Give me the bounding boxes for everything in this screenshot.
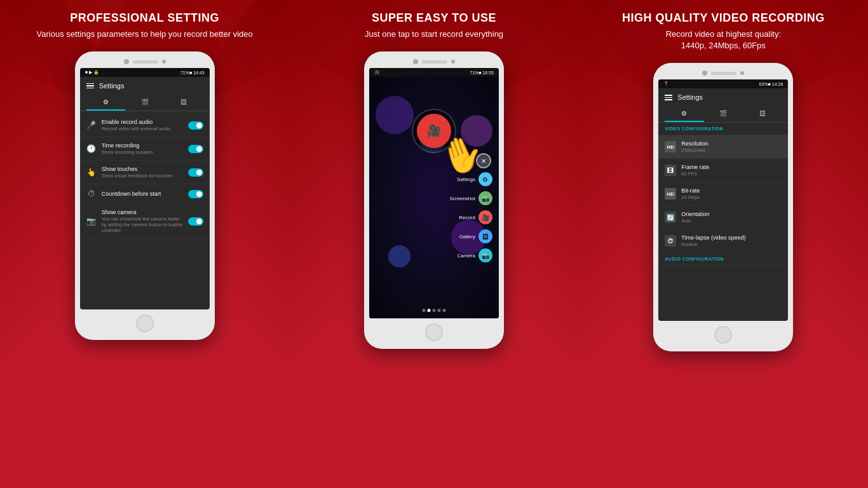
fab-screenshot-icon: 📷 [482, 195, 489, 202]
home-button-2[interactable] [425, 323, 443, 341]
panel-2-heading: SUPER EASY TO USE Just one tap to start … [352, 0, 516, 46]
fab-record-button[interactable]: 🎥 [478, 210, 492, 224]
fab-gallery-button[interactable]: 🖼 [478, 229, 492, 243]
fab-settings-button[interactable]: ⚙ [478, 172, 492, 186]
fab-label-camera: Camera [458, 253, 475, 259]
item-label-time: Time recording [102, 142, 183, 149]
phone-screen-1: ■ ▶ 🔒 71%■ 14:43 Settings [80, 68, 210, 309]
bokeh-4 [388, 245, 410, 268]
status-info-right: 71%■ 14:43 [180, 71, 205, 75]
toggle-audio[interactable] [188, 121, 203, 130]
timer-icon: ⏱ [86, 189, 97, 198]
settings-item-enable-audio: 🎤 Enable record audio Record video with … [80, 114, 210, 137]
fab-menu: Settings ⚙ Screenshot 📷 Rec [450, 172, 492, 262]
status-info-2: 71%■ 16:53 [470, 71, 494, 75]
config-item-timelapse[interactable]: ⏱ Time-lapse (video speed) Disable [658, 229, 788, 253]
phone-speaker-2 [422, 60, 447, 64]
record-video-icon: 🎥 [427, 124, 441, 138]
clock-icon: 🕐 [86, 144, 97, 153]
tab-video-1[interactable]: 🎬 [125, 95, 164, 111]
hamburger-icon-3[interactable] [665, 95, 672, 100]
tab-video-3[interactable]: 🎬 [704, 106, 743, 122]
phone-bottom-3 [658, 326, 788, 344]
video-tab-icon-3: 🎬 [719, 110, 727, 117]
config-value-resolution: 2560x1440 [681, 147, 782, 153]
settings-header-1: Settings [80, 77, 210, 95]
video-tab-icon: 🎬 [141, 98, 149, 105]
panel-1-title: PROFESSIONAL SETTING [37, 11, 253, 25]
fab-camera-icon: 📷 [482, 252, 489, 259]
hamburger-icon-1[interactable] [86, 83, 94, 89]
dot-3 [432, 309, 435, 312]
tab-gear-3[interactable]: ⚙ [665, 106, 703, 122]
touch-icon: 👆 [86, 168, 97, 177]
hd-icon-resolution: HD [665, 141, 676, 152]
fab-label-gallery: Gallery [459, 234, 475, 240]
panel-1-desc: Various settings parameters to help you … [37, 29, 253, 40]
settings-tabs-1: ⚙ 🎬 🖼 [80, 95, 210, 111]
panel-professional-setting: PROFESSIONAL SETTING Various settings pa… [0, 0, 289, 488]
close-fab-button[interactable]: ✕ [476, 153, 491, 168]
phone-screen-3: 📍 63%■ 14:28 Settings [658, 79, 788, 321]
status-video-icon: 🎥 [374, 70, 380, 75]
phone-top-bar-2 [369, 59, 499, 64]
fab-camera-button[interactable]: 📷 [478, 248, 492, 262]
mic-icon: 🎤 [86, 121, 97, 130]
panel-3-heading: HIGH QUALITY VIDEO RECORDING Record vide… [609, 0, 837, 58]
config-item-framerate[interactable]: 🎞 Frame rate 60 FPS [658, 159, 788, 182]
config-item-orientation[interactable]: 🔄 Orientation Auto [658, 206, 788, 229]
panel-2-title: SUPER EASY TO USE [365, 11, 503, 25]
phone-sensor [162, 60, 166, 64]
status-bar-2: 🎥 71%■ 16:53 [369, 68, 499, 77]
dot-1 [422, 309, 425, 312]
settings-tabs-3: ⚙ 🎬 🖼 [658, 106, 788, 123]
status-bar-3: 📍 63%■ 14:28 [658, 79, 788, 88]
phone-mockup-2: 🎥 71%■ 16:53 � [364, 46, 504, 488]
phone-speaker-3 [711, 72, 736, 75]
phone-sensor-2 [451, 60, 455, 64]
fab-screenshot-button[interactable]: 📷 [478, 191, 492, 205]
tab-gear-1[interactable]: ⚙ [86, 95, 125, 111]
fab-item-camera: Camera 📷 [450, 248, 492, 262]
dot-5 [442, 309, 445, 312]
phone-2: 🎥 71%■ 16:53 � [364, 51, 504, 349]
item-desc-time: Show recording duration [102, 149, 183, 155]
config-label-framerate: Frame rate [681, 164, 782, 170]
video-config-section-header: VIDEO CONFIGURATION [658, 123, 788, 135]
tab-image-1[interactable]: 🖼 [164, 95, 203, 111]
camera-icon: 📷 [86, 217, 97, 226]
config-item-resolution[interactable]: HD Resolution 2560x1440 [658, 135, 788, 159]
settings-list-1: 🎤 Enable record audio Record video with … [80, 111, 210, 241]
fab-label-settings: Settings [457, 177, 475, 182]
tab-image-3[interactable]: 🖼 [743, 106, 782, 122]
toggle-countdown[interactable] [188, 190, 203, 198]
config-value-bitrate: 24 Mbps [681, 194, 782, 200]
toggle-show-touches[interactable] [188, 168, 203, 177]
camera-live-view: 🎥 ✋ ✕ Settings [369, 77, 499, 318]
panel-1-heading: PROFESSIONAL SETTING Various settings pa… [24, 0, 266, 46]
settings-title-3: Settings [677, 93, 703, 101]
panel-2-desc: Just one tap to start record everything [365, 29, 503, 40]
phone-mockup-3: 📍 63%■ 14:28 Settings [653, 58, 793, 488]
status-loc-icon: 📍 [663, 81, 669, 86]
home-button-3[interactable] [714, 326, 732, 344]
timelapse-icon: ⏱ [665, 235, 676, 247]
item-label-touches: Show touches [102, 166, 183, 172]
dot-2-active [427, 309, 430, 312]
config-value-timelapse: Disable [681, 241, 782, 247]
home-button-1[interactable] [136, 315, 154, 332]
settings-header-3: Settings [658, 88, 788, 106]
gear-tab-icon: ⚙ [103, 98, 109, 105]
item-desc-audio: Record video with external audio [102, 126, 183, 132]
hd-icon-bitrate: HD [665, 188, 676, 200]
phone-1: ■ ▶ 🔒 71%■ 14:43 Settings [75, 51, 215, 340]
toggle-show-camera[interactable] [188, 217, 203, 226]
item-label-audio: Enable record audio [102, 119, 183, 125]
config-item-bitrate[interactable]: HD Bit-rate 24 Mbps [658, 182, 788, 206]
toggle-time-recording[interactable] [188, 145, 203, 153]
fab-settings-icon: ⚙ [482, 176, 488, 183]
item-label-camera: Show camera [102, 209, 183, 215]
phone-bottom-2 [369, 323, 499, 341]
close-icon: ✕ [481, 158, 486, 165]
phone-mockup-1: ■ ▶ 🔒 71%■ 14:43 Settings [75, 46, 215, 488]
